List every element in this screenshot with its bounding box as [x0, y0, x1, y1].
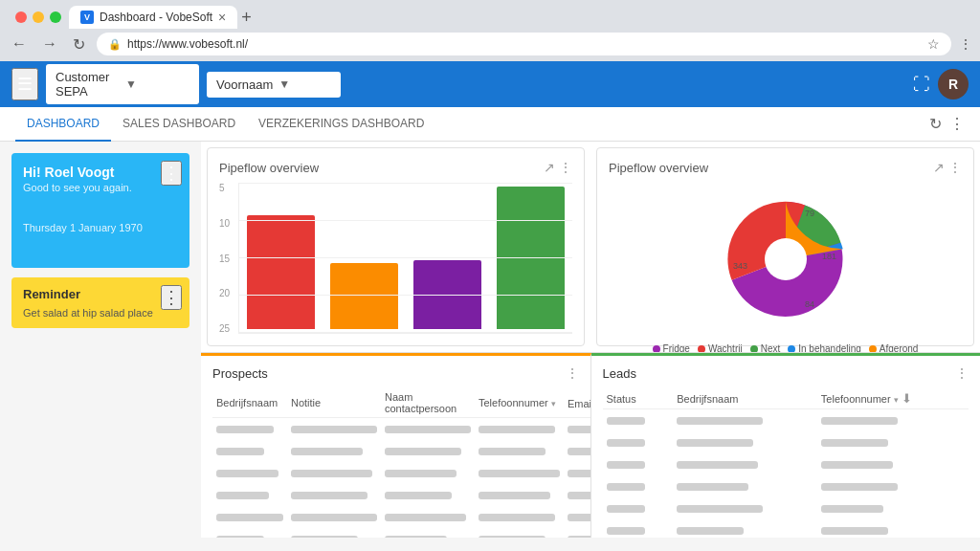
left-sidebar: ⋮ Hi! Roel Voogt Good to see you again. … — [0, 142, 201, 538]
skeleton-cell — [821, 461, 893, 469]
table-row[interactable] — [212, 506, 591, 528]
skeleton-cell — [385, 426, 471, 433]
pie-chart-more-btn[interactable]: ⋮ — [948, 160, 962, 175]
hamburger-menu[interactable]: ☰ — [11, 68, 38, 100]
table-row[interactable] — [212, 418, 591, 441]
charts-row: Pipeflow overview ↗ ⋮ 25 20 15 1 — [201, 142, 980, 352]
voornaam-dropdown-arrow: ▼ — [278, 77, 290, 91]
charts-area: Pipeflow overview ↗ ⋮ 25 20 15 1 — [201, 142, 980, 538]
bar-chart-more-btn[interactable]: ⋮ — [559, 160, 572, 175]
skeleton-cell — [607, 461, 645, 469]
leads-col-status: Status — [603, 388, 674, 409]
tab-verzekerings-dashboard[interactable]: VERZEKERINGS DASHBOARD — [247, 107, 435, 142]
welcome-name: Hi! Roel Voogt — [23, 165, 178, 180]
bar-2[interactable] — [330, 263, 398, 329]
tab-nav-actions: ↻ ⋮ — [929, 115, 965, 133]
table-row[interactable] — [603, 453, 969, 475]
minimize-traffic-light[interactable] — [33, 11, 44, 23]
expand-button[interactable]: ⛶ — [913, 75, 930, 95]
pie-label-181: 181 — [822, 252, 836, 261]
prospects-header: Prospects ⋮ — [212, 365, 579, 381]
voornaam-selector[interactable]: Voornaam ▼ — [207, 72, 341, 98]
skeleton-cell — [291, 492, 368, 499]
leads-download-icon[interactable]: ⬇ — [902, 391, 912, 406]
prospects-col-bedrijfsnaam: Bedrijfsnaam — [212, 388, 287, 418]
table-row[interactable] — [212, 528, 591, 538]
skeleton-cell — [568, 536, 591, 538]
telefoon-sort-icon: ▾ — [551, 399, 556, 408]
leads-title: Leads — [603, 366, 956, 381]
skeleton-cell — [677, 505, 763, 513]
prospects-col-telefoon[interactable]: Telefoonnumer ▾ — [475, 388, 564, 418]
skeleton-cell — [291, 448, 363, 455]
bar-4[interactable] — [497, 187, 565, 329]
skeleton-cell — [821, 527, 888, 535]
skeleton-cell — [216, 514, 283, 521]
skeleton-cell — [607, 417, 645, 425]
tables-row: Prospects ⋮ Bedrijfsnaam Notitie Naam co… — [201, 352, 980, 538]
table-row[interactable] — [212, 440, 591, 462]
skeleton-cell — [568, 492, 591, 499]
skeleton-cell — [291, 536, 358, 538]
tab-nav: DASHBOARD SALES DASHBOARD VERZEKERINGS D… — [0, 107, 980, 142]
table-row[interactable] — [603, 409, 969, 432]
customer-selector[interactable]: Customer SEPA ▼ — [46, 64, 199, 104]
bar-3[interactable] — [413, 260, 481, 329]
bar-chart-external-btn[interactable]: ↗ — [544, 160, 555, 175]
reminder-menu[interactable]: ⋮ — [161, 285, 182, 310]
refresh-button[interactable]: ↻ — [69, 33, 89, 55]
pie-center — [765, 238, 807, 280]
prospects-title: Prospects — [212, 366, 566, 381]
prospects-col-email: Email ⬇ — [564, 388, 591, 418]
skeleton-cell — [216, 536, 264, 538]
active-tab[interactable]: V Dashboard - VobeSoft × — [69, 6, 237, 29]
skeleton-cell — [479, 536, 546, 538]
pie-chart-header: Pipeflow overview ↗ ⋮ — [609, 160, 962, 175]
table-row[interactable] — [212, 484, 591, 506]
refresh-tab-button[interactable]: ↻ — [929, 115, 942, 133]
bookmark-icon[interactable]: ☆ — [927, 36, 940, 52]
forward-button[interactable]: → — [38, 33, 61, 55]
bar-chart-yaxis: 25 20 15 10 5 — [219, 183, 238, 334]
close-traffic-light[interactable] — [15, 11, 27, 23]
prospects-col-naam: Naam contactpersoon — [381, 388, 475, 418]
pie-chart-actions: ↗ ⋮ — [933, 160, 962, 175]
prospects-more-btn[interactable]: ⋮ — [566, 365, 579, 381]
skeleton-cell — [607, 483, 645, 491]
address-bar[interactable]: 🔒 https://www.vobesoft.nl/ ☆ — [97, 33, 951, 55]
welcome-card: ⋮ Hi! Roel Voogt Good to see you again. … — [11, 153, 189, 268]
tab-close-button[interactable]: × — [218, 11, 226, 24]
bar-1[interactable] — [247, 215, 315, 329]
skeleton-cell — [607, 439, 645, 447]
table-row[interactable] — [603, 431, 969, 453]
top-nav-actions: ⛶ R — [913, 69, 969, 99]
table-row[interactable] — [603, 475, 969, 497]
avatar[interactable]: R — [938, 69, 969, 99]
extensions-button[interactable]: ⋮ — [959, 36, 972, 52]
pie-chart-external-btn[interactable]: ↗ — [933, 160, 945, 175]
leads-col-telefoon[interactable]: Telefoonnumer ▾ ⬇ — [817, 388, 969, 409]
reminder-text: Get salad at hip salad place — [23, 307, 178, 319]
table-row[interactable] — [212, 462, 591, 484]
skeleton-cell — [216, 470, 278, 477]
back-button[interactable]: ← — [8, 33, 31, 55]
new-tab-button[interactable]: + — [237, 8, 256, 28]
pie-label-343: 343 — [733, 261, 747, 271]
leads-more-btn[interactable]: ⋮ — [955, 365, 969, 381]
tab-sales-dashboard[interactable]: SALES DASHBOARD — [111, 107, 247, 142]
skeleton-cell — [291, 514, 377, 521]
customer-selector-label: Customer SEPA — [56, 70, 120, 99]
pie-label-79: 79 — [805, 209, 814, 218]
bar-chart-panel: Pipeflow overview ↗ ⋮ 25 20 15 1 — [207, 147, 585, 346]
bar-chart: 25 20 15 10 5 — [219, 183, 572, 334]
pie-chart-title: Pipeflow overview — [609, 161, 933, 175]
leads-telefoon-sort-icon: ▾ — [894, 395, 899, 405]
more-tab-button[interactable]: ⋮ — [949, 115, 965, 133]
prospects-table: Bedrijfsnaam Notitie Naam contactpersoon… — [212, 388, 591, 538]
maximize-traffic-light[interactable] — [50, 11, 61, 23]
welcome-subtitle: Good to see you again. — [23, 182, 178, 193]
tab-dashboard[interactable]: DASHBOARD — [15, 107, 111, 142]
table-row[interactable] — [603, 497, 969, 519]
table-row[interactable] — [603, 519, 969, 538]
skeleton-cell — [216, 426, 274, 433]
